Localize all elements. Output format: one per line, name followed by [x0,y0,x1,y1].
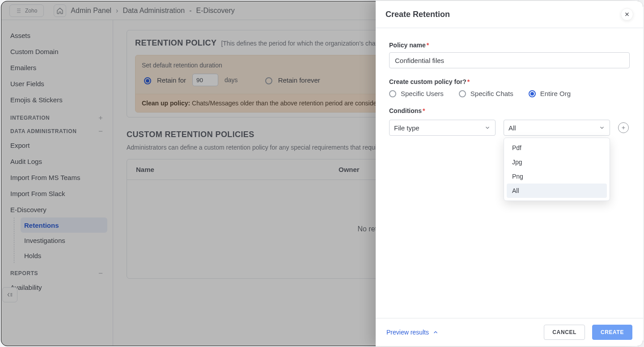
close-button[interactable] [621,8,633,21]
condition-field-value: File type [394,124,419,132]
close-icon [624,11,630,17]
radio-icon [529,90,536,97]
policy-for-options: Specific Users Specific Chats Entire Org [389,90,630,97]
conditions-label: Conditions* [389,107,630,114]
conditions-label-text: Conditions [389,107,422,114]
create-button[interactable]: CREATE [592,325,632,340]
drawer-title: Create Retention [386,10,450,19]
required-asterisk: * [467,78,470,85]
create-retention-drawer: Create Retention Policy name* Create cus… [376,1,643,346]
policy-for-users-label: Specific Users [401,90,444,97]
policy-for-users[interactable]: Specific Users [389,90,444,97]
radio-icon [389,90,396,97]
chevron-down-icon [599,125,605,131]
policy-for-chats-label: Specific Chats [470,90,513,97]
policy-name-label: Policy name* [389,42,630,49]
policy-for-org-label: Entire Org [540,90,571,97]
preview-results[interactable]: Preview results [386,329,439,336]
condition-field-select[interactable]: File type [389,120,496,136]
condition-value-text: All [508,124,516,132]
plus-icon [621,125,626,130]
dropdown-option-all[interactable]: All [507,184,607,198]
policy-name-label-text: Policy name [389,42,426,49]
chevron-up-icon [432,329,439,335]
add-condition-button[interactable] [618,122,629,133]
conditions-row: File type All [389,120,630,136]
chevron-down-icon [484,125,491,131]
policy-for-label: Create custom policy for?* [389,78,630,85]
policy-name-input[interactable] [389,52,630,68]
preview-results-label: Preview results [386,329,429,336]
condition-value-dropdown[interactable]: Pdf Jpg Png All [504,138,610,201]
dropdown-option-png[interactable]: Png [507,169,607,184]
condition-value-select[interactable]: All [504,120,610,136]
policy-for-chats[interactable]: Specific Chats [459,90,513,97]
policy-for-org[interactable]: Entire Org [529,90,571,97]
required-asterisk: * [423,107,425,114]
dropdown-option-pdf[interactable]: Pdf [507,141,607,155]
required-asterisk: * [427,42,429,49]
cancel-button[interactable]: CANCEL [544,325,585,340]
drawer-footer: Preview results CANCEL CREATE [376,318,643,346]
dropdown-option-jpg[interactable]: Jpg [507,155,607,169]
radio-icon [459,90,466,97]
drawer-header: Create Retention [376,1,643,28]
policy-for-label-text: Create custom policy for? [389,78,466,85]
